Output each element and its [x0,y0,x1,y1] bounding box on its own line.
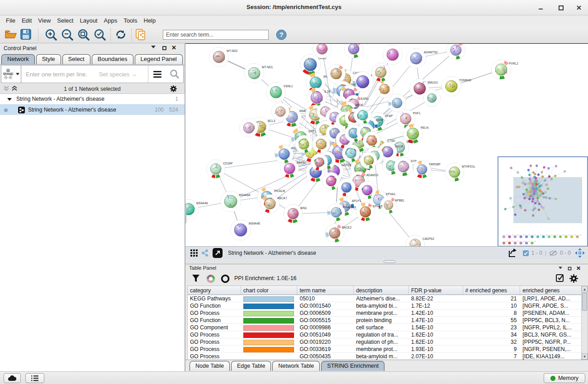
table-tab-network-table[interactable]: Network Table [272,361,320,371]
string-options-button[interactable] [148,66,166,83]
gear-icon[interactable] [170,85,177,93]
network-node[interactable]: TARDBP [413,161,441,178]
network-node[interactable] [424,90,441,107]
menu-help[interactable]: Help [141,15,159,26]
eye-off-icon[interactable] [549,250,557,256]
table-row[interactable]: GO FunctionGO:0001540beta-amyloid bi...1… [188,302,583,309]
tab-select[interactable]: Select [62,54,90,64]
panel-close-icon[interactable]: ✕ [576,266,581,271]
network-node[interactable]: BACE2 [326,224,352,243]
table-tab-node-table[interactable]: Node Table [190,361,230,371]
panel-menu-icon[interactable] [151,46,156,48]
expand-triangle-icon[interactable] [7,98,12,101]
network-node[interactable]: BIN1 [284,205,307,223]
select-columns-icon[interactable] [556,274,564,283]
menu-view[interactable]: View [35,15,54,26]
network-node[interactable] [240,119,258,137]
network-node[interactable] [272,103,289,121]
network-node[interactable]: MS4A4E [231,220,261,240]
network-node[interactable] [338,179,356,197]
panel-menu-icon[interactable] [559,267,562,269]
table-row[interactable]: KEGG Pathways05010Alzheimer's dise...8.8… [188,295,583,302]
menu-file[interactable]: File [3,15,19,26]
network-node[interactable] [363,132,381,150]
table-scrollbar[interactable]: ▲ ▼ [581,286,588,360]
network-node[interactable]: MTHFD1L [446,163,476,182]
menu-layout[interactable]: Layout [76,15,100,26]
zoom-selected-button[interactable] [93,28,107,42]
network-canvas[interactable]: MT-ND2MT-ND1VSNL1GAB2IRS1CHATACHETNFIL1B… [185,43,588,246]
chart-color-donut-icon[interactable] [206,274,215,283]
network-node[interactable]: MS4A4A [185,200,208,219]
horizontal-splitter[interactable] [185,259,588,264]
network-node[interactable] [342,145,360,162]
network-node[interactable]: ADAMTS2 [407,49,438,68]
table-row[interactable]: GO ProcessGO:0006509membrane prot...1.42… [188,309,583,317]
panel-float-icon[interactable] [162,46,166,50]
network-node[interactable]: CADPS2 [406,235,435,247]
open-session-button[interactable] [5,28,17,42]
navigator-icon[interactable] [574,248,585,258]
export-network-icon[interactable] [507,248,518,258]
column-header-enriched-genes[interactable]: # enriched genes [463,286,521,295]
table-row[interactable]: GO ProcessGO:0019220regulation of ph...1… [188,338,583,346]
network-collection-row[interactable]: String Network - Alzheimer's disease 1 [0,94,185,104]
checkbox-checked-icon[interactable] [523,250,529,256]
tab-legend-panel[interactable]: Legend Panel [135,54,183,64]
refresh-button[interactable] [114,28,128,42]
table-row[interactable]: GO ComponentGO:0009986cell surface1.54E-… [188,324,583,331]
string-protein-query-selector[interactable]: STRING [1,66,21,83]
column-header-fdr-p-value[interactable]: FDR p-value [409,286,463,295]
network-node[interactable] [311,154,328,171]
zoom-in-button[interactable] [44,28,58,42]
scroll-up-icon[interactable]: ▲ [582,286,588,292]
network-node[interactable]: ABCA7 [261,195,287,213]
network-node[interactable] [360,152,377,169]
network-node[interactable] [372,63,390,82]
tab-style[interactable]: Style [36,54,61,64]
network-node[interactable] [447,44,465,60]
tab-network[interactable]: Network [1,54,35,64]
network-node[interactable]: MS4A6A [221,192,251,212]
automation-button[interactable] [4,373,21,383]
reset-color-ring-icon[interactable] [221,274,230,283]
memory-button[interactable]: Memory [544,373,585,383]
network-node[interactable]: PVRL2 [492,60,518,80]
network-node[interactable] [359,182,376,199]
panel-float-icon[interactable] [568,267,572,271]
network-node[interactable] [327,65,346,83]
task-history-button[interactable] [25,373,44,383]
column-header-description[interactable]: description [354,286,409,295]
network-node[interactable] [383,45,403,65]
share-network-icon[interactable] [201,249,209,257]
panel-close-icon[interactable]: ✕ [171,45,176,51]
table-row[interactable]: GO ProcessGO:0051049regulation of tra...… [188,331,583,338]
save-session-button[interactable] [20,28,32,42]
network-node[interactable]: TOMM40 [442,77,472,96]
help-icon[interactable]: ? [276,29,287,42]
network-node[interactable] [389,94,406,112]
network-overview-inset[interactable] [498,156,588,246]
network-node[interactable] [345,44,363,58]
splitter-grip[interactable] [384,260,395,263]
column-header-category[interactable]: category [188,286,241,295]
menu-apps[interactable]: Apps [101,15,121,26]
minimize-button[interactable] [537,4,545,11]
scroll-down-icon[interactable]: ▼ [582,353,588,360]
string-search-button[interactable] [166,66,183,83]
zoom-out-button[interactable] [61,28,74,42]
network-node[interactable]: CD2AP [207,160,233,178]
column-header-enriched-genes[interactable]: enriched genes [520,286,583,295]
network-node[interactable]: MT-ND1 [245,64,273,83]
column-header-chart-color[interactable]: chart color [241,286,298,295]
network-from-table-button[interactable] [135,28,147,42]
column-header-term-name[interactable]: term name [297,286,354,295]
grid-view-icon[interactable] [190,249,198,257]
filter-icon[interactable] [192,274,200,283]
zoom-fit-button[interactable] [77,28,90,42]
table-row[interactable]: GO ProcessGO:0033619membrane prot...1.93… [188,346,583,353]
gear-icon[interactable] [569,274,578,283]
network-node[interactable]: VSNL1 [266,83,293,102]
tab-boundaries[interactable]: Boundaries [92,54,133,64]
table-row[interactable]: GO ProcessGO:0050435beta-amyloid m...2.0… [188,353,583,360]
